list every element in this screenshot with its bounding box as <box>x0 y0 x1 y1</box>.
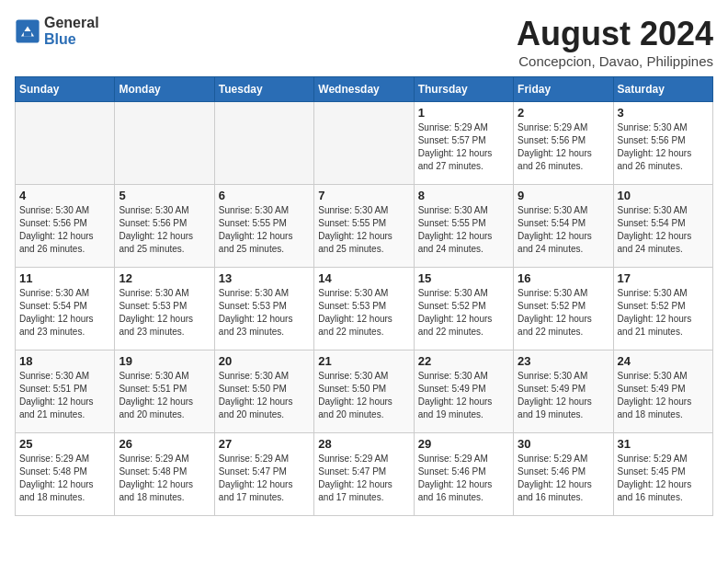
logo-general: General <box>44 15 99 30</box>
calendar-cell: 31Sunrise: 5:29 AM Sunset: 5:45 PM Dayli… <box>613 433 712 516</box>
day-info: Sunrise: 5:30 AM Sunset: 5:50 PM Dayligh… <box>318 370 409 421</box>
weekday-header: Wednesday <box>314 77 414 102</box>
calendar-cell: 20Sunrise: 5:30 AM Sunset: 5:50 PM Dayli… <box>214 350 313 433</box>
logo-icon <box>15 18 40 44</box>
day-number: 2 <box>518 106 609 120</box>
day-number: 20 <box>219 354 310 368</box>
day-number: 27 <box>219 437 310 451</box>
day-number: 25 <box>19 437 110 451</box>
calendar-cell: 17Sunrise: 5:30 AM Sunset: 5:52 PM Dayli… <box>613 268 712 350</box>
calendar-cell: 18Sunrise: 5:30 AM Sunset: 5:51 PM Dayli… <box>16 350 115 433</box>
day-info: Sunrise: 5:30 AM Sunset: 5:55 PM Dayligh… <box>219 204 310 256</box>
calendar-week: 18Sunrise: 5:30 AM Sunset: 5:51 PM Dayli… <box>16 350 713 433</box>
logo: General Blue <box>15 15 99 48</box>
day-info: Sunrise: 5:30 AM Sunset: 5:49 PM Dayligh… <box>618 370 709 421</box>
day-info: Sunrise: 5:29 AM Sunset: 5:45 PM Dayligh… <box>618 453 709 504</box>
calendar-cell: 6Sunrise: 5:30 AM Sunset: 5:55 PM Daylig… <box>214 185 313 268</box>
day-info: Sunrise: 5:30 AM Sunset: 5:52 PM Dayligh… <box>418 287 509 339</box>
calendar-cell: 30Sunrise: 5:29 AM Sunset: 5:46 PM Dayli… <box>514 433 613 516</box>
calendar-header: SundayMondayTuesdayWednesdayThursdayFrid… <box>16 77 713 102</box>
day-info: Sunrise: 5:30 AM Sunset: 5:56 PM Dayligh… <box>119 204 210 256</box>
day-info: Sunrise: 5:29 AM Sunset: 5:47 PM Dayligh… <box>219 453 310 504</box>
location: Concepcion, Davao, Philippines <box>517 53 713 69</box>
calendar-cell: 23Sunrise: 5:30 AM Sunset: 5:49 PM Dayli… <box>514 350 613 433</box>
day-number: 12 <box>119 271 210 285</box>
day-info: Sunrise: 5:30 AM Sunset: 5:53 PM Dayligh… <box>318 287 409 339</box>
day-number: 19 <box>119 354 210 368</box>
day-info: Sunrise: 5:29 AM Sunset: 5:57 PM Dayligh… <box>418 121 509 173</box>
day-number: 31 <box>618 437 709 451</box>
day-number: 24 <box>618 354 709 368</box>
weekday-header: Sunday <box>16 77 115 102</box>
day-info: Sunrise: 5:29 AM Sunset: 5:46 PM Dayligh… <box>418 453 509 504</box>
title-section: August 2024 Concepcion, Davao, Philippin… <box>517 15 713 69</box>
day-info: Sunrise: 5:30 AM Sunset: 5:49 PM Dayligh… <box>518 370 609 421</box>
calendar-cell: 4Sunrise: 5:30 AM Sunset: 5:56 PM Daylig… <box>16 185 115 268</box>
day-info: Sunrise: 5:30 AM Sunset: 5:55 PM Dayligh… <box>318 204 409 256</box>
day-number: 8 <box>418 189 509 202</box>
calendar-cell: 8Sunrise: 5:30 AM Sunset: 5:55 PM Daylig… <box>414 185 513 268</box>
day-info: Sunrise: 5:30 AM Sunset: 5:49 PM Dayligh… <box>418 370 509 421</box>
calendar-cell: 19Sunrise: 5:30 AM Sunset: 5:51 PM Dayli… <box>115 350 214 433</box>
day-number: 13 <box>219 271 310 285</box>
calendar-cell: 27Sunrise: 5:29 AM Sunset: 5:47 PM Dayli… <box>214 433 313 516</box>
logo-text: General Blue <box>44 15 99 48</box>
logo-blue: Blue <box>44 31 76 47</box>
weekday-header: Monday <box>115 77 214 102</box>
day-number: 30 <box>518 437 609 451</box>
calendar-cell: 21Sunrise: 5:30 AM Sunset: 5:50 PM Dayli… <box>314 350 414 433</box>
day-info: Sunrise: 5:29 AM Sunset: 5:48 PM Dayligh… <box>119 453 210 504</box>
day-info: Sunrise: 5:29 AM Sunset: 5:48 PM Dayligh… <box>19 453 110 504</box>
calendar-week: 1Sunrise: 5:29 AM Sunset: 5:57 PM Daylig… <box>16 102 713 185</box>
calendar-cell: 13Sunrise: 5:30 AM Sunset: 5:53 PM Dayli… <box>214 268 313 350</box>
calendar-table: SundayMondayTuesdayWednesdayThursdayFrid… <box>15 76 713 516</box>
day-number: 21 <box>318 354 409 368</box>
page-header: General Blue August 2024 Concepcion, Dav… <box>15 15 713 69</box>
calendar-cell: 2Sunrise: 5:29 AM Sunset: 5:56 PM Daylig… <box>514 102 613 185</box>
day-info: Sunrise: 5:30 AM Sunset: 5:54 PM Dayligh… <box>518 204 609 256</box>
day-number: 17 <box>618 271 709 285</box>
calendar-cell: 16Sunrise: 5:30 AM Sunset: 5:52 PM Dayli… <box>514 268 613 350</box>
calendar-week: 11Sunrise: 5:30 AM Sunset: 5:54 PM Dayli… <box>16 268 713 350</box>
calendar-cell: 29Sunrise: 5:29 AM Sunset: 5:46 PM Dayli… <box>414 433 513 516</box>
day-number: 1 <box>418 106 509 120</box>
day-info: Sunrise: 5:30 AM Sunset: 5:54 PM Dayligh… <box>19 287 110 339</box>
calendar-cell: 1Sunrise: 5:29 AM Sunset: 5:57 PM Daylig… <box>414 102 513 185</box>
svg-rect-2 <box>24 31 31 37</box>
day-number: 7 <box>318 189 409 202</box>
day-number: 22 <box>418 354 509 368</box>
calendar-cell: 24Sunrise: 5:30 AM Sunset: 5:49 PM Dayli… <box>613 350 712 433</box>
day-number: 9 <box>518 189 609 202</box>
day-info: Sunrise: 5:30 AM Sunset: 5:54 PM Dayligh… <box>618 204 709 256</box>
calendar-cell: 3Sunrise: 5:30 AM Sunset: 5:56 PM Daylig… <box>613 102 712 185</box>
calendar-cell: 11Sunrise: 5:30 AM Sunset: 5:54 PM Dayli… <box>16 268 115 350</box>
header-row: SundayMondayTuesdayWednesdayThursdayFrid… <box>16 77 713 102</box>
weekday-header: Thursday <box>414 77 513 102</box>
day-info: Sunrise: 5:30 AM Sunset: 5:53 PM Dayligh… <box>219 287 310 339</box>
day-info: Sunrise: 5:30 AM Sunset: 5:53 PM Dayligh… <box>119 287 210 339</box>
day-info: Sunrise: 5:29 AM Sunset: 5:56 PM Dayligh… <box>518 121 609 173</box>
day-info: Sunrise: 5:30 AM Sunset: 5:50 PM Dayligh… <box>219 370 310 421</box>
day-number: 16 <box>518 271 609 285</box>
month-title: August 2024 <box>517 15 713 53</box>
day-number: 15 <box>418 271 509 285</box>
calendar-body: 1Sunrise: 5:29 AM Sunset: 5:57 PM Daylig… <box>16 102 713 516</box>
weekday-header: Friday <box>514 77 613 102</box>
weekday-header: Saturday <box>613 77 712 102</box>
calendar-cell: 25Sunrise: 5:29 AM Sunset: 5:48 PM Dayli… <box>16 433 115 516</box>
calendar-cell <box>314 102 414 185</box>
day-info: Sunrise: 5:29 AM Sunset: 5:47 PM Dayligh… <box>318 453 409 504</box>
day-number: 29 <box>418 437 509 451</box>
weekday-header: Tuesday <box>214 77 313 102</box>
calendar-cell <box>16 102 115 185</box>
calendar-cell: 12Sunrise: 5:30 AM Sunset: 5:53 PM Dayli… <box>115 268 214 350</box>
calendar-cell: 9Sunrise: 5:30 AM Sunset: 5:54 PM Daylig… <box>514 185 613 268</box>
calendar-cell <box>115 102 214 185</box>
day-number: 26 <box>119 437 210 451</box>
calendar-cell: 15Sunrise: 5:30 AM Sunset: 5:52 PM Dayli… <box>414 268 513 350</box>
day-info: Sunrise: 5:30 AM Sunset: 5:52 PM Dayligh… <box>618 287 709 339</box>
day-number: 11 <box>19 271 110 285</box>
day-number: 6 <box>219 189 310 202</box>
day-number: 4 <box>19 189 110 202</box>
day-info: Sunrise: 5:30 AM Sunset: 5:51 PM Dayligh… <box>19 370 110 421</box>
